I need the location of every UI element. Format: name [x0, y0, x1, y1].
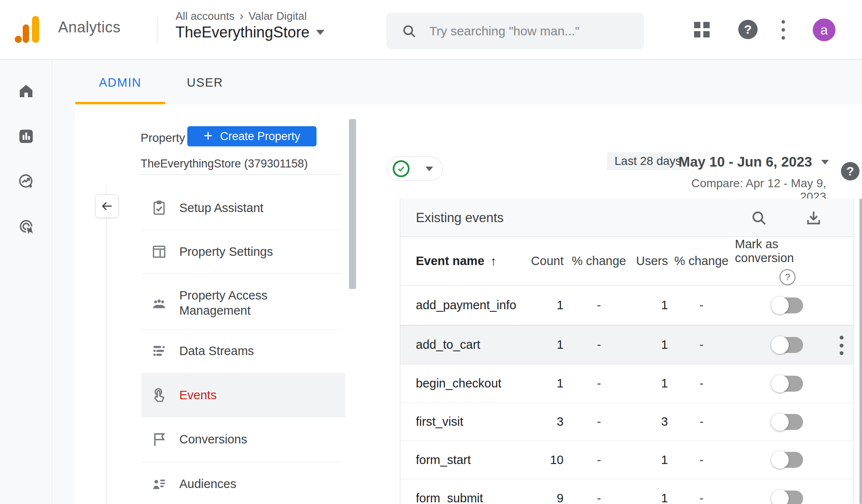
event-name: add_to_cart	[416, 338, 518, 352]
event-count: 1	[518, 338, 564, 352]
chevron-down-icon	[316, 30, 325, 35]
reports-icon[interactable]	[18, 128, 35, 145]
property-rail-scrollbar[interactable]	[349, 119, 356, 289]
analytics-logo-icon	[32, 16, 39, 43]
date-range-picker[interactable]: May 10 - Jun 6, 2023	[678, 154, 829, 170]
left-gutter	[52, 59, 75, 504]
event-users: 1	[634, 298, 668, 312]
download-icon[interactable]	[805, 210, 822, 226]
event-count: 3	[518, 415, 564, 429]
users-change: -	[668, 491, 735, 504]
menu-item-conversions[interactable]: Conversions	[151, 430, 247, 448]
diagnostics-grid-icon[interactable]	[694, 22, 710, 37]
mark-as-conversion-toggle[interactable]	[772, 297, 803, 313]
breadcrumb-account[interactable]: Valar Digital	[249, 10, 307, 23]
event-users: 1	[634, 453, 668, 467]
advertising-icon[interactable]	[18, 218, 35, 235]
explore-icon[interactable]	[18, 173, 35, 190]
help-icon[interactable]: ?	[841, 162, 859, 180]
count-change: -	[564, 415, 634, 429]
divider	[141, 329, 342, 329]
more-options-icon[interactable]	[780, 20, 786, 40]
count-change: -	[564, 298, 634, 312]
event-name: form_submit	[416, 491, 518, 504]
check-circle-icon	[393, 160, 410, 177]
product-name: Analytics	[58, 19, 121, 36]
row-more-options-icon[interactable]	[838, 336, 844, 355]
column-count-change[interactable]: % change	[564, 254, 634, 268]
mark-as-conversion-toggle[interactable]	[772, 452, 803, 468]
mark-as-conversion-toggle[interactable]	[772, 491, 803, 504]
event-name: first_visit	[416, 415, 518, 429]
tap-events-icon	[151, 387, 168, 403]
data-streams-icon	[151, 342, 168, 359]
setup-assistant-icon	[151, 199, 168, 216]
home-icon[interactable]	[18, 82, 35, 99]
mark-as-conversion-toggle[interactable]	[772, 414, 803, 430]
menu-item-property-access-management[interactable]: Property Access Management	[151, 288, 322, 318]
collapse-panel-button[interactable]	[95, 194, 119, 218]
column-users-change[interactable]: % change	[668, 254, 735, 268]
event-name: add_payment_info	[416, 298, 518, 312]
tab-admin[interactable]: ADMIN	[75, 71, 165, 94]
event-name: form_start	[416, 453, 518, 467]
column-event-name[interactable]: Event name ↑	[416, 254, 518, 268]
table-row: add_to_cart 1 - 1 -	[400, 325, 853, 364]
chevron-right-icon: ›	[239, 9, 243, 23]
status-dropdown[interactable]	[387, 157, 443, 181]
chevron-down-icon	[821, 160, 829, 164]
help-icon[interactable]: ?	[780, 269, 795, 285]
event-count: 9	[518, 491, 564, 504]
search-icon	[402, 24, 417, 39]
column-mark-as-conversion: Mark as conversion ?	[735, 237, 840, 285]
menu-item-data-streams[interactable]: Data Streams	[151, 342, 254, 360]
property-switcher[interactable]: TheEverythingStore	[176, 24, 325, 41]
help-icon[interactable]: ?	[738, 20, 758, 39]
menu-item-audiences[interactable]: Audiences	[151, 475, 236, 493]
divider	[141, 174, 342, 175]
event-users: 3	[634, 415, 668, 429]
search-input[interactable]	[428, 24, 611, 39]
menu-item-setup-assistant[interactable]: Setup Assistant	[151, 199, 263, 217]
analytics-logo-icon	[23, 24, 29, 43]
app-sidebar	[0, 59, 52, 504]
count-change: -	[564, 491, 634, 504]
users-change: -	[668, 338, 735, 352]
sort-ascending-icon: ↑	[490, 254, 497, 268]
event-users: 1	[634, 377, 668, 390]
property-section-label: Property	[141, 131, 185, 145]
card-title: Existing events	[416, 210, 504, 225]
count-change: -	[564, 453, 634, 467]
property-switcher-label: TheEverythingStore	[176, 24, 309, 41]
create-property-button[interactable]: + Create Property	[187, 126, 317, 146]
window-scrollbar[interactable]	[859, 199, 862, 504]
flag-icon	[151, 431, 168, 448]
table-row: add_payment_info 1 - 1 -	[400, 286, 853, 325]
users-change: -	[668, 377, 735, 390]
search-icon[interactable]	[750, 210, 767, 226]
active-tab-underline	[75, 102, 165, 104]
analytics-admin-page: Analytics All accounts › Valar Digital T…	[0, 0, 862, 504]
audiences-icon	[151, 475, 168, 492]
column-count[interactable]: Count	[518, 254, 564, 268]
table-row: first_visit 3 - 3 -	[400, 403, 853, 441]
rail-line	[106, 186, 107, 504]
existing-events-card: Existing events Event name ↑ Count % cha…	[400, 199, 854, 504]
property-id: TheEverythingStore (379301158)	[141, 157, 308, 170]
users-change: -	[668, 298, 735, 312]
avatar[interactable]: a	[813, 19, 835, 41]
menu-item-property-settings[interactable]: Property Settings	[151, 242, 273, 261]
menu-item-events[interactable]: Events	[151, 386, 217, 404]
breadcrumb-all-accounts[interactable]: All accounts	[176, 10, 234, 23]
count-change: -	[564, 338, 634, 352]
tab-user[interactable]: USER	[165, 71, 245, 94]
global-search	[386, 13, 644, 49]
event-users: 1	[634, 491, 668, 504]
property-settings-icon	[151, 243, 168, 260]
users-change: -	[668, 415, 735, 429]
mark-as-conversion-toggle[interactable]	[772, 337, 803, 353]
mark-as-conversion-toggle[interactable]	[772, 376, 803, 392]
column-users[interactable]: Users	[634, 254, 668, 268]
event-count: 1	[518, 377, 564, 390]
table-row: begin_checkout 1 - 1 -	[400, 364, 853, 403]
